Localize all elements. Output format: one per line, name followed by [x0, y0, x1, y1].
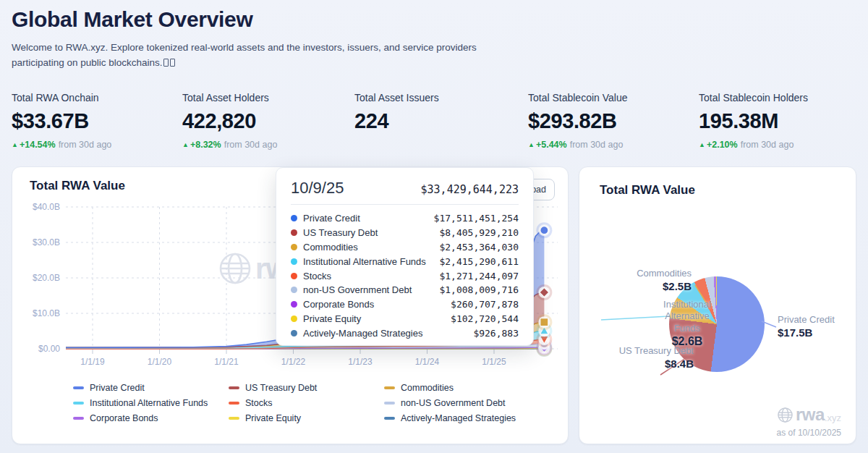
- series-color-dot: [291, 287, 297, 293]
- pie-label-us-treasury-debt: US Treasury Debt $8.4B: [619, 345, 694, 370]
- legend-item[interactable]: Commodities: [384, 383, 550, 393]
- legend-label: Private Credit: [90, 383, 145, 393]
- svg-text:$0.00: $0.00: [38, 344, 60, 354]
- legend-swatch: [384, 402, 395, 405]
- page-subtitle-text: Welcome to RWA.xyz. Explore tokenized re…: [12, 42, 477, 68]
- svg-text:1/1/22: 1/1/22: [281, 357, 306, 367]
- tooltip-date: 10/9/25: [291, 179, 344, 198]
- up-triangle-icon: ▲: [12, 141, 18, 148]
- series-color-dot: [291, 273, 297, 279]
- svg-text:$30.0B: $30.0B: [33, 237, 60, 247]
- svg-text:1/1/23: 1/1/23: [348, 357, 373, 367]
- series-name: Commodities: [303, 242, 439, 253]
- up-triangle-icon: ▲: [182, 141, 189, 148]
- svg-text:1/1/25: 1/1/25: [482, 357, 506, 367]
- legend-item[interactable]: Corporate Bonds: [73, 413, 229, 423]
- svg-text:1/1/21: 1/1/21: [214, 357, 239, 367]
- legend-label: Actively-Managed Strategies: [401, 413, 516, 423]
- legend-item[interactable]: Private Credit: [73, 383, 229, 393]
- pie-label-private-credit: Private Credit $17.5B: [778, 314, 835, 339]
- chart-tooltip: 10/9/25 $33,429,644,223 Private Credit$1…: [276, 167, 534, 346]
- up-triangle-icon: ▲: [699, 141, 705, 148]
- legend-label: Institutional Alternative Funds: [90, 398, 208, 408]
- stat-label: Total Stablecoin Holders: [699, 92, 808, 103]
- chart-legend: Private CreditUS Treasury DebtCommoditie…: [73, 383, 550, 423]
- missing-glyph-icon: [163, 57, 176, 68]
- svg-text:1/1/19: 1/1/19: [80, 357, 105, 367]
- legend-label: Stocks: [245, 398, 273, 408]
- series-value: $926,883: [473, 328, 519, 339]
- series-color-dot: [291, 316, 297, 322]
- tooltip-divider: [291, 204, 519, 205]
- up-triangle-icon: ▲: [528, 141, 535, 148]
- total-rwa-value-pie-card: Total RWA Value Commodities $2.5B Instit…: [579, 166, 856, 444]
- tooltip-row: US Treasury Debt$8,405,929,210: [291, 226, 519, 240]
- legend-item[interactable]: Private Equity: [229, 413, 384, 423]
- tooltip-rows: Private Credit$17,511,451,254US Treasury…: [291, 211, 519, 340]
- pie-label-institutional-alternative-funds: Institutional Alternative Funds $2.6B: [649, 299, 726, 348]
- stat-label: Total Asset Issuers: [354, 92, 439, 103]
- stat-total-rwa-onchain: Total RWA Onchain $33.67B ▲+14.54%from 3…: [12, 92, 111, 150]
- legend-item[interactable]: non-US Government Debt: [384, 398, 550, 408]
- stat-value: 422,820: [182, 109, 277, 133]
- legend-item[interactable]: US Treasury Debt: [229, 383, 384, 393]
- series-name: US Treasury Debt: [303, 227, 439, 238]
- series-name: Corporate Bonds: [303, 299, 451, 310]
- series-color-dot: [291, 244, 297, 250]
- legend-item[interactable]: Actively-Managed Strategies: [384, 413, 550, 423]
- series-value: $2,453,364,030: [439, 242, 519, 253]
- series-color-dot: [291, 330, 297, 336]
- series-color-dot: [291, 229, 297, 236]
- stat-delta: ▲+5.44%from 30d ago: [528, 140, 628, 150]
- stat-total-stablecoin-value: Total Stablecoin Value $293.82B ▲+5.44%f…: [528, 92, 628, 150]
- series-value: $260,707,878: [451, 299, 519, 310]
- tooltip-row: Corporate Bonds$260,707,878: [291, 297, 519, 312]
- legend-item[interactable]: Institutional Alternative Funds: [73, 398, 229, 408]
- series-name: Institutional Alternative Funds: [303, 256, 439, 267]
- series-name: Private Equity: [303, 313, 451, 324]
- legend-swatch: [384, 386, 395, 389]
- tooltip-row: Commodities$2,453,364,030: [291, 240, 519, 255]
- legend-swatch: [384, 417, 395, 420]
- legend-label: Commodities: [401, 383, 454, 393]
- tooltip-row: Actively-Managed Strategies$926,883: [291, 326, 519, 340]
- tooltip-row: Private Credit$17,511,451,254: [291, 211, 519, 226]
- tooltip-row: Stocks$1,271,244,097: [291, 268, 519, 283]
- series-value: $2,415,290,611: [439, 256, 519, 267]
- series-name: Stocks: [303, 271, 439, 281]
- tooltip-header: 10/9/25 $33,429,644,223: [291, 179, 519, 198]
- stat-label: Total Asset Holders: [182, 92, 277, 103]
- legend-swatch: [73, 417, 84, 420]
- tooltip-total-value: $33,429,644,223: [421, 183, 519, 196]
- stat-value: 224: [354, 109, 439, 133]
- series-color-dot: [291, 301, 297, 308]
- legend-label: US Treasury Debt: [245, 383, 317, 393]
- stat-delta: ▲+14.54%from 30d ago: [12, 140, 111, 150]
- legend-label: Corporate Bonds: [90, 413, 158, 423]
- series-value: $1,271,244,097: [439, 271, 519, 281]
- legend-item[interactable]: Stocks: [229, 398, 384, 408]
- series-color-dot: [291, 258, 297, 265]
- svg-text:1/1/20: 1/1/20: [148, 357, 172, 367]
- legend-swatch: [229, 386, 239, 389]
- tooltip-row: non-US Government Debt$1,008,009,716: [291, 283, 519, 297]
- series-color-dot: [291, 215, 297, 221]
- pie-label-commodities: Commodities $2.5B: [637, 268, 692, 292]
- stat-delta: ▲+8.32%from 30d ago: [182, 140, 277, 150]
- stat-label: Total RWA Onchain: [12, 92, 111, 103]
- svg-text:$10.0B: $10.0B: [33, 308, 60, 318]
- legend-swatch: [229, 402, 239, 405]
- legend-swatch: [73, 386, 84, 389]
- page-subtitle: Welcome to RWA.xyz. Explore tokenized re…: [12, 41, 528, 71]
- series-value: $1,008,009,716: [439, 284, 519, 295]
- stat-total-asset-issuers: Total Asset Issuers 224: [354, 92, 439, 133]
- svg-text:1/1/24: 1/1/24: [415, 357, 440, 367]
- stat-value: $33.67B: [12, 109, 111, 133]
- series-name: non-US Government Debt: [303, 284, 439, 295]
- tooltip-row: Institutional Alternative Funds$2,415,29…: [291, 254, 519, 268]
- stat-total-asset-holders: Total Asset Holders 422,820 ▲+8.32%from …: [182, 92, 277, 150]
- stat-value: 195.38M: [699, 109, 808, 133]
- legend-swatch: [73, 402, 84, 405]
- stat-label: Total Stablecoin Value: [528, 92, 628, 103]
- tooltip-row: Private Equity$102,720,544: [291, 312, 519, 326]
